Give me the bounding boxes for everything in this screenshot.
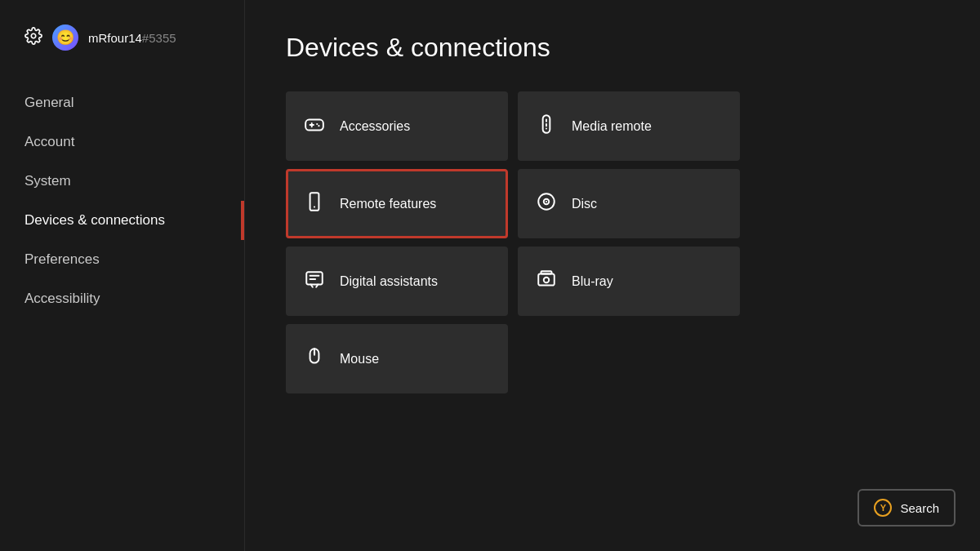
settings-icon — [24, 27, 42, 49]
svg-rect-12 — [306, 272, 323, 284]
assistant-icon — [302, 269, 327, 295]
tiles-grid: Accessories Media remote R — [286, 91, 939, 393]
search-button[interactable]: Y Search — [858, 489, 956, 527]
phone-icon — [302, 191, 327, 217]
sidebar-item-account[interactable]: Account — [0, 122, 244, 162]
svg-rect-0 — [305, 119, 323, 130]
tile-blu-ray-label: Blu-ray — [572, 274, 613, 289]
svg-rect-13 — [538, 273, 555, 285]
tile-digital-assistants-label: Digital assistants — [340, 274, 438, 289]
tile-remote-features[interactable]: Remote features — [286, 169, 508, 238]
sidebar-nav: General Account System Devices & connect… — [0, 75, 244, 527]
sidebar-item-preferences[interactable]: Preferences — [0, 240, 244, 279]
sidebar: 😊 mRfour14#5355 General Account System D… — [0, 0, 245, 551]
disc-icon — [534, 191, 559, 217]
tile-disc[interactable]: Disc — [518, 169, 740, 238]
page-title: Devices & connections — [286, 33, 939, 63]
tile-disc-label: Disc — [572, 197, 597, 211]
svg-point-1 — [316, 122, 318, 124]
tile-blu-ray[interactable]: Blu-ray — [518, 247, 740, 316]
svg-point-11 — [546, 200, 547, 202]
gamepad-icon — [302, 113, 327, 140]
svg-point-14 — [544, 277, 550, 282]
sidebar-item-accessibility[interactable]: Accessibility — [0, 279, 244, 318]
tile-mouse-label: Mouse — [340, 352, 379, 367]
bluray-icon — [534, 269, 559, 295]
tile-accessories[interactable]: Accessories — [286, 91, 508, 161]
mouse-icon — [302, 346, 327, 372]
sidebar-item-devices-connections[interactable]: Devices & connections — [0, 201, 244, 240]
sidebar-item-system[interactable]: System — [0, 162, 244, 201]
tile-digital-assistants[interactable]: Digital assistants — [286, 247, 508, 316]
avatar: 😊 — [52, 24, 78, 51]
svg-rect-7 — [310, 193, 319, 211]
tile-accessories-label: Accessories — [340, 119, 410, 134]
main-content: Devices & connections Accessories — [245, 0, 980, 551]
tile-mouse[interactable]: Mouse — [286, 324, 508, 393]
svg-rect-15 — [541, 271, 552, 273]
svg-point-2 — [318, 125, 319, 127]
search-button-label: Search — [900, 501, 939, 515]
profile-name: mRfour14#5355 — [88, 31, 176, 45]
tile-media-remote-label: Media remote — [572, 119, 652, 134]
remote-icon — [534, 113, 559, 140]
sidebar-item-general[interactable]: General — [0, 83, 244, 122]
tile-media-remote[interactable]: Media remote — [518, 91, 740, 161]
profile-section: 😊 mRfour14#5355 — [0, 24, 244, 75]
tile-remote-features-label: Remote features — [340, 197, 436, 211]
search-button-icon: Y — [874, 499, 892, 517]
